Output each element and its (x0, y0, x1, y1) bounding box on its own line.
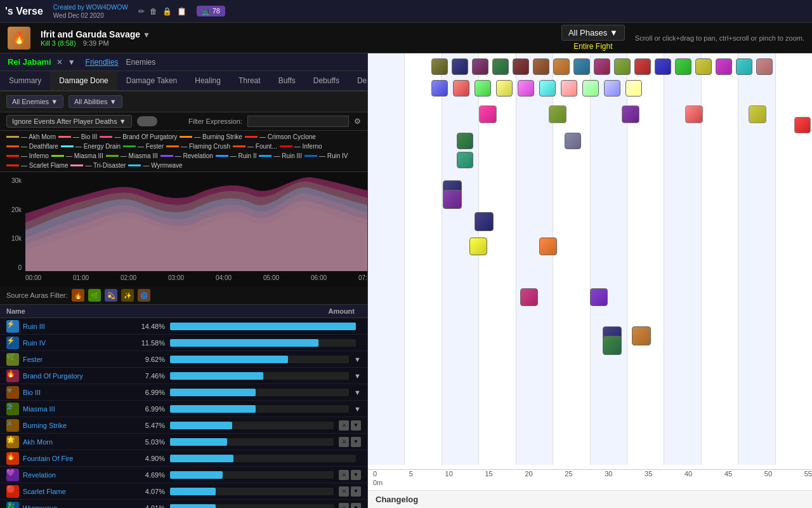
filter-friendlies[interactable]: Friendlies (86, 58, 119, 67)
x-axis-unit: 0m (373, 479, 383, 486)
row-akh-extras: ⚔ ▼ (339, 437, 361, 447)
scatter-icon (533, 58, 549, 75)
tab-damage-taken[interactable]: Damage Taken (117, 71, 187, 90)
row-miasma-extras: ▼ (354, 405, 361, 413)
x-label-0: 0 (373, 470, 377, 478)
legend-inferno2: — Inferno (6, 152, 49, 159)
scatter-icon (452, 58, 468, 75)
scatter-icon (553, 58, 570, 75)
row-ruin3-bar (170, 323, 356, 330)
row-scarlet-bar-group: 4.07% (133, 488, 339, 495)
scatter-icon (625, 80, 642, 97)
col-amount-header: Amount (184, 307, 362, 315)
chart-legend: — Akh Morn — Bio III — Brand Of Purgator… (0, 131, 367, 172)
tag-filter: Friendlies Enemies (86, 58, 156, 67)
enemies-filter-btn[interactable]: All Enemies ▼ (6, 95, 63, 108)
source-icon-1[interactable]: 🔥 (72, 289, 84, 302)
phase-selector[interactable]: All Phases ▼ (561, 25, 625, 41)
fight-icon: 🔥 (8, 27, 30, 50)
row-bio3-bar-group: 6.99% (133, 389, 354, 396)
scatter-icon (756, 58, 773, 75)
table-row[interactable]: ⚡ Ruin IV 11.58% (0, 335, 367, 351)
x-label-55: 55 (804, 470, 812, 478)
fight-title: Ifrit and Garuda Savage ▼ (41, 29, 551, 39)
filter-expr-input[interactable] (247, 116, 349, 127)
source-icon-2[interactable]: 🌿 (88, 289, 101, 302)
scatter-row-4 (457, 133, 473, 149)
row-burning-bar-group: 5.47% (133, 422, 339, 429)
tab-buffs[interactable]: Buffs (270, 71, 304, 90)
table-row[interactable]: 🌟 Akh Morn 5.03% ⚔ ▼ (0, 434, 367, 450)
row-fountain-icon: 🔥 (6, 452, 19, 465)
row-akh-name: 🌟 Akh Morn (6, 436, 133, 448)
player-down-icon[interactable]: ▼ (68, 58, 75, 67)
chart-x-axis: 00:00 01:00 02:00 03:00 04:00 05:00 06:0… (25, 273, 367, 281)
scatter-edge-item (794, 117, 811, 133)
changelog-bar[interactable]: Changelog (368, 490, 812, 508)
row-burning-bar (170, 422, 334, 429)
table-row[interactable]: 🌫 Miasma III 6.99% ▼ (0, 401, 367, 417)
legend-ruin4: — Ruin IV (304, 152, 348, 159)
player-edit-icon[interactable]: ✕ (56, 58, 63, 67)
legend-energy: — Energy Drain (61, 143, 121, 150)
scatter-icon (614, 58, 631, 75)
source-icon-5[interactable]: 🌀 (138, 289, 150, 302)
dps-chart[interactable]: 30k 20k 10k 0 (0, 172, 367, 286)
row-revelation-extras: ⚔ ▼ (339, 470, 361, 480)
scatter-icon (655, 58, 671, 75)
table-row[interactable]: 🔥 Brand Of Purgatory 7.46% ▼ (0, 368, 367, 384)
filter-enemies[interactable]: Enemies (126, 58, 156, 67)
tab-damage-done[interactable]: Damage Done (50, 71, 117, 91)
table-row[interactable]: ⚔ Burning Strike 5.47% ⚔ ▼ (0, 417, 367, 434)
lock-icon[interactable]: 🔒 (162, 7, 172, 16)
share-icon[interactable]: 📋 (177, 7, 187, 16)
twitch-button[interactable]: 📺 78 (197, 6, 225, 17)
scatter-icon (736, 58, 752, 75)
legend-ruin3: — Ruin III (259, 152, 301, 159)
x-label-25: 25 (565, 470, 572, 478)
tab-threat[interactable]: Threat (230, 71, 270, 90)
table-row[interactable]: ⚡ Ruin III 14.48% (0, 318, 367, 335)
tab-summary[interactable]: Summary (0, 71, 50, 90)
row-akh-bar (170, 438, 334, 446)
scatter-icon (492, 58, 509, 75)
row-bio3-bar (170, 389, 349, 396)
events-select-btn[interactable]: Ignore Events After Player Deaths ▼ (6, 115, 132, 128)
scatter-item-solo (632, 326, 651, 345)
source-icon-3[interactable]: 💫 (105, 289, 117, 302)
table-row[interactable]: 🔥 Fountain Of Fire 4.90% (0, 450, 367, 467)
scatter-chart[interactable]: 0 5 10 15 20 25 30 35 40 45 50 55 0m (368, 53, 812, 490)
created-by-label: Created by (53, 4, 84, 11)
tab-deaths[interactable]: Deaths (348, 71, 367, 90)
source-icon-4[interactable]: ✨ (121, 289, 134, 302)
table-row[interactable]: 🔴 Scarlet Flame 4.07% ⚔ ▼ (0, 483, 367, 500)
legend-crimson: — Crimson Cyclone (245, 133, 316, 140)
trash-icon[interactable]: 🗑 (150, 7, 157, 16)
legend-flaming: — Flaming Crush (166, 143, 230, 150)
row-revelation-bar-group: 4.69% (133, 471, 339, 479)
events-toggle[interactable] (137, 116, 157, 126)
scatter-item-solo (520, 288, 538, 306)
x-label-10: 10 (445, 470, 453, 478)
tab-healing[interactable]: Healing (186, 71, 230, 90)
legend-miasma2: — Miasma III (106, 152, 158, 159)
table-row[interactable]: 🐉 Wyrmwave 4.01% ⚔ ▼ (0, 500, 367, 508)
table-row[interactable]: ☣ Bio III 6.99% ▼ (0, 384, 367, 401)
filter-gear-icon[interactable]: ⚙ (354, 117, 361, 126)
legend-burning: — Burning Strike (180, 133, 242, 140)
scatter-item-solo (565, 133, 581, 149)
row-brand-bar (170, 372, 349, 380)
row-fountain-bar-group: 4.90% (133, 455, 361, 462)
legend-scarlet: — Scarlet Flame (6, 162, 68, 169)
table-row[interactable]: 🌿 Fester 9.62% ▼ (0, 351, 367, 368)
table-row[interactable]: 💜 Revelation 4.69% ⚔ ▼ (0, 467, 367, 483)
edit-icon[interactable]: ✏ (138, 7, 145, 16)
fight-bar: 🔥 Ifrit and Garuda Savage ▼ Kill 3 (8:58… (0, 23, 812, 53)
abilities-filter-btn[interactable]: All Abilities ▼ (69, 95, 122, 108)
fight-date: Wed Dec 02 2020 (53, 11, 128, 20)
row-brand-bar-group: 7.46% (133, 372, 354, 380)
scatter-icon (561, 80, 577, 97)
tabs-bar: Summary Damage Done Damage Taken Healing… (0, 71, 367, 91)
tab-debuffs[interactable]: Debuffs (304, 71, 348, 90)
scatter-item-solo (590, 288, 608, 306)
